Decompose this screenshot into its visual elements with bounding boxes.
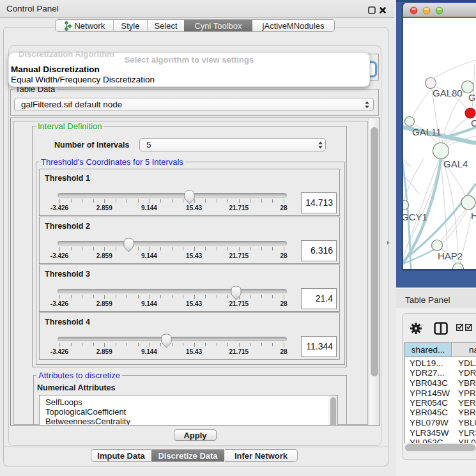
svg-text:G..: G.. <box>468 92 476 103</box>
svg-text:C: C <box>471 118 476 128</box>
svg-text:GAL80: GAL80 <box>433 88 463 98</box>
svg-text:H: H <box>471 210 476 221</box>
svg-text:GAL4: GAL4 <box>443 158 468 169</box>
svg-text:GCY1: GCY1 <box>403 211 427 222</box>
svg-text:HAP2: HAP2 <box>438 250 463 261</box>
svg-text:GAL11: GAL11 <box>412 127 441 137</box>
